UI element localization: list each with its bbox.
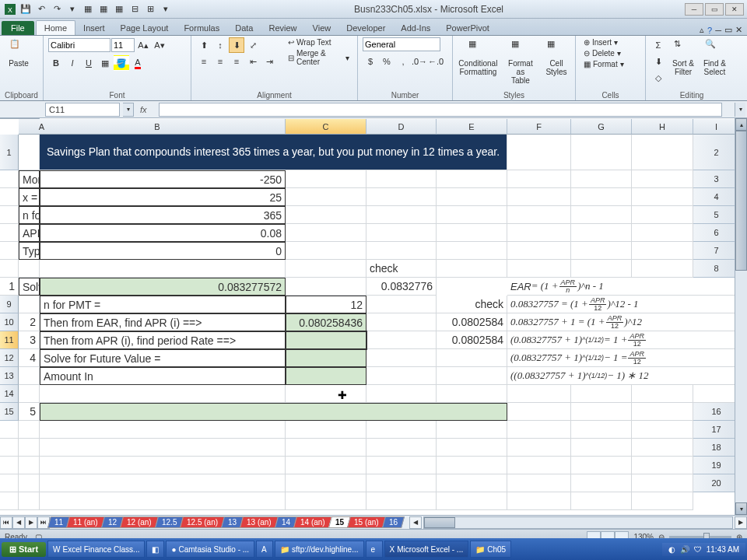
underline-button[interactable]: U <box>81 55 96 71</box>
qat-btn3[interactable]: ▦ <box>112 2 126 16</box>
task-item-ie[interactable]: e <box>366 541 383 558</box>
cell-r20-5[interactable] <box>437 492 507 510</box>
task-item-sftp[interactable]: 📁sftp://dev.highline... <box>275 541 363 558</box>
row-hdr-20[interactable]: 20 <box>693 474 740 492</box>
undo-icon[interactable]: ↶ <box>34 2 48 16</box>
row-hdr-17[interactable]: 17 <box>693 421 740 439</box>
merge-center-button[interactable]: ⊟Merge & Center ▾ <box>285 48 352 67</box>
row-hdr-12[interactable]: 12 <box>0 349 19 367</box>
shrink-font-icon[interactable]: A▾ <box>152 37 167 53</box>
cell-r2-10[interactable] <box>632 170 693 188</box>
cell-r16-0[interactable] <box>0 421 19 439</box>
cell-a13[interactable] <box>19 367 40 385</box>
inc-decimal-icon[interactable]: .0→ <box>412 54 427 69</box>
wb-close-icon[interactable]: ✕ <box>735 25 742 35</box>
cell-r2-8[interactable] <box>507 170 571 188</box>
cell-r18-3[interactable] <box>286 457 366 474</box>
cell-c8[interactable]: 0.083277572 <box>40 278 286 296</box>
cell-b11[interactable]: Then from APR (i), find period Rate ==> <box>40 331 286 349</box>
sort-filter-button[interactable]: ⇅Sort & Filter <box>669 37 697 78</box>
cell-r19-1[interactable] <box>19 474 40 492</box>
cell-r20-7[interactable] <box>571 492 632 510</box>
help-icon[interactable]: ? <box>707 26 712 35</box>
cell-r5-9[interactable] <box>571 224 632 242</box>
cell-r7-3[interactable] <box>286 260 366 278</box>
qat-btn5[interactable]: ⊞ <box>143 2 157 16</box>
row-hdr-2[interactable]: 2 <box>693 135 740 170</box>
cell-r2-6[interactable] <box>366 170 437 188</box>
task-item-2[interactable]: ◧ <box>146 541 164 558</box>
cell-r15-2[interactable] <box>632 403 693 421</box>
cell-r5-8[interactable] <box>507 224 571 242</box>
cell-r15-0[interactable] <box>507 403 571 421</box>
cell-r19-8[interactable] <box>632 474 693 492</box>
sheet-tab-15--an-[interactable]: 15 (an) <box>347 516 386 528</box>
cell-b12[interactable]: Solve for Future Value = <box>40 349 286 367</box>
cell-r20-1[interactable] <box>19 492 40 510</box>
cell-r7b-3[interactable] <box>632 260 693 278</box>
cell-a3[interactable] <box>0 188 19 206</box>
cell-r18-0[interactable] <box>0 457 19 474</box>
col-hdr-i[interactable]: I <box>693 119 740 135</box>
cell-r16-2[interactable] <box>40 421 286 439</box>
maximize-button[interactable]: ▭ <box>705 3 724 16</box>
sheet-tab-12-5--an-[interactable]: 12.5 (an) <box>180 516 225 528</box>
cell-r6-10[interactable] <box>632 242 693 260</box>
cell-c10[interactable]: 0.080258436 <box>286 313 366 331</box>
cell-r19-0[interactable] <box>0 474 19 492</box>
tab-nav-next[interactable]: ▶ <box>25 516 37 529</box>
tab-powerpivot[interactable]: PowerPivot <box>438 21 497 35</box>
font-size-select[interactable] <box>111 38 135 52</box>
formula-r10[interactable]: 0.08327757 + 1 = (1 + APR12)^12 <box>507 313 740 331</box>
row-hdr-14[interactable]: 14 <box>0 385 19 403</box>
tab-developer[interactable]: Developer <box>338 21 393 35</box>
row-hdr-16[interactable]: 16 <box>693 403 740 421</box>
cell-r19-2[interactable] <box>40 474 286 492</box>
cell-e11[interactable]: 0.0802584 <box>437 331 507 349</box>
row-hdr-7[interactable]: 7 <box>693 242 740 260</box>
bold-button[interactable]: B <box>48 55 64 71</box>
paste-button[interactable]: 📋Paste <box>5 37 33 69</box>
align-middle-icon[interactable]: ↕ <box>212 37 228 53</box>
cell-c4[interactable]: 365 <box>40 206 286 224</box>
row-hdr-19[interactable]: 19 <box>693 457 740 474</box>
cell-r7b-2[interactable] <box>571 260 632 278</box>
delete-cells-button[interactable]: ⊖ Delete ▾ <box>580 48 624 58</box>
scroll-down-button[interactable]: ▾ <box>735 502 747 515</box>
cell-b2[interactable]: Monthly PMT = <box>19 170 40 188</box>
row-hdr-4[interactable]: 4 <box>693 188 740 206</box>
cell-r18-2[interactable] <box>40 457 286 474</box>
cell-r6-7[interactable] <box>437 242 507 260</box>
cell-r4-9[interactable] <box>571 206 632 224</box>
hscroll-thumb[interactable] <box>424 517 455 528</box>
cell-b4[interactable]: n for account is = <box>19 206 40 224</box>
cell-r14-5[interactable] <box>507 385 571 403</box>
cell-a9[interactable] <box>19 296 40 313</box>
cell-r7-0[interactable] <box>0 260 19 278</box>
task-item-word[interactable]: WExcel Finance Class... <box>47 541 145 558</box>
cell-r19-7[interactable] <box>571 474 632 492</box>
cell-b10[interactable]: Then from EAR, find APR (i) ==> <box>40 313 286 331</box>
tab-nav-first[interactable]: ⏮ <box>0 516 12 529</box>
cell-r20-8[interactable] <box>632 492 693 510</box>
cell-a10[interactable]: 2 <box>19 313 40 331</box>
cell-r3-6[interactable] <box>366 188 437 206</box>
cell-r16-1[interactable] <box>19 421 40 439</box>
cell-r1-8[interactable] <box>571 135 632 170</box>
cell-r20-2[interactable] <box>40 492 286 510</box>
wrap-text-button[interactable]: ↩Wrap Text <box>285 37 352 47</box>
italic-button[interactable]: I <box>65 55 80 71</box>
cell-styles-button[interactable]: ▦Cell Styles <box>542 37 570 78</box>
cell-r6-9[interactable] <box>571 242 632 260</box>
row-hdr-5[interactable]: 5 <box>693 206 740 224</box>
cell-r4-6[interactable] <box>366 206 437 224</box>
spreadsheet-grid[interactable]: AB C D E F G H I 1Savings Plan that comp… <box>0 118 747 515</box>
formula-r9[interactable]: 0.08327757 = (1 + APR12)^12 - 1 <box>507 296 740 313</box>
cell-r19-3[interactable] <box>286 474 366 492</box>
row-hdr-9[interactable]: 9 <box>0 296 19 313</box>
cell-a1[interactable] <box>19 135 40 170</box>
ribbon-min-icon[interactable]: ▵ <box>700 25 704 35</box>
row-hdr-6[interactable]: 6 <box>693 224 740 242</box>
cell-e8[interactable]: 0.0832776 <box>366 278 437 296</box>
cell-c9[interactable]: 12 <box>286 296 366 313</box>
